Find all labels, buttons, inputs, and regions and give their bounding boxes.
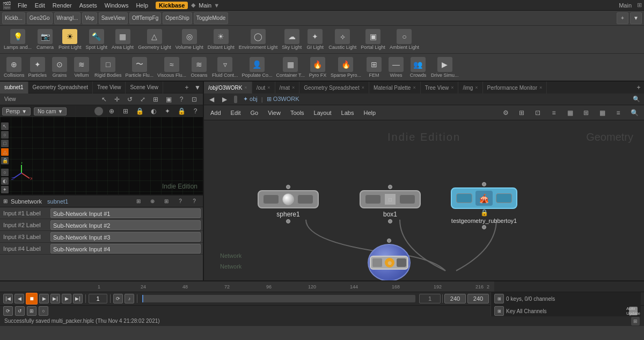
toolbar-drivesimu[interactable]: ▶ Drive Simu... [429,56,460,79]
bottom-icon1[interactable]: ⟳ [3,306,13,316]
shelf-btn-openship[interactable]: OpenShip [163,12,192,24]
left-tool-2[interactable]: ○ [1,131,9,139]
left-tool-5[interactable]: 🔒 [1,157,9,164]
left-tool-8[interactable]: ✦ [1,186,9,193]
shelf-btn-offtempfg[interactable]: OffTempFg [129,12,161,24]
shelf-btn-vop[interactable]: Vop [82,12,97,24]
node-subnet1[interactable]: ⊕ subnet1 [362,238,416,280]
select-icon[interactable]: ↖ [99,94,109,105]
node-sphere1[interactable]: sphere1 [258,185,319,223]
ne-menu-help[interactable]: Help [361,108,378,117]
camera-dropdown[interactable]: No cam ▼ [34,107,67,115]
vp-btn1[interactable]: ⊞ [150,94,161,105]
toolbar-ambientlight[interactable]: ○ Ambient Light [388,28,421,51]
toolbar-sparsepyro[interactable]: 🔥 Sparse Pyro... [329,56,363,79]
ne-tab-obj03work[interactable]: /obj/O3WORK × [204,82,252,93]
toolbar-particles[interactable]: ✦ Particles [27,56,49,79]
keyframe-icon[interactable]: ⊞ [494,294,504,303]
tab-geometry-spreadsheet[interactable]: Geometry Spreadsheet [28,82,93,93]
play-realtime-btn[interactable]: ▶| [50,294,60,303]
param-value-2[interactable]: Sub-Network Input #3 [50,232,201,242]
toolbar-fem[interactable]: ⊞ FEM [363,56,385,79]
shelf-options-btn[interactable]: ▼ [630,12,642,24]
vp-right-icon1[interactable] [94,107,103,115]
status-icon[interactable]: ⊞ [631,317,640,325]
scale-icon[interactable]: ⤢ [137,94,148,105]
tab-tree-view[interactable]: Tree View [93,82,126,93]
toolbar-gilight[interactable]: ✦ GI Light [304,28,326,51]
menu-edit[interactable]: Edit [32,1,48,10]
toolbar-geolight[interactable]: △ Geometry Light [136,28,173,51]
vp-expand[interactable]: ⊡ [189,94,200,105]
add-shelf-btn[interactable]: + [617,12,628,24]
loop-btn[interactable]: ⟳ [113,294,123,303]
go-start-btn[interactable]: |◀ [3,294,13,303]
node-canvas[interactable]: Indie Edition Geometry sphere1 [204,120,644,280]
key-all-icon[interactable]: ⊞ [494,306,504,316]
ne-menu-add[interactable]: Add [208,108,223,117]
toolbar-causticlight[interactable]: ⟡ Caustic Light [327,28,358,51]
toolbar-pyrofx[interactable]: 🔥 Pyro FX [307,56,328,79]
toolbar-rigid[interactable]: □ Rigid Bodies [93,56,123,79]
ne-menu-tools[interactable]: Tools [288,108,306,117]
param-value-1[interactable]: Sub-Network Input #2 [50,220,201,230]
menu-file[interactable]: File [14,1,31,10]
bottom-icon4[interactable]: ○ [39,306,48,316]
ne-tab-out[interactable]: /out × [252,82,275,93]
current-frame-input[interactable]: 1 [419,294,441,303]
tab-scene-view[interactable]: Scene View [126,82,163,93]
ne-tab-matpal[interactable]: Material Palette × [369,82,421,93]
shelf-btn-geo2[interactable]: Geo2Go [27,12,53,24]
toolbar-vollight[interactable]: ◎ Volume Light [174,28,205,51]
ne-icons2-icon[interactable]: ≡ [613,107,624,118]
ne-menu-go[interactable]: Go [248,108,261,117]
toolbar-spotlight[interactable]: 🔦 Spot Light [84,28,109,51]
menu-help[interactable]: Help [133,1,151,10]
toolbar-pointlight[interactable]: ☀ Point Light [57,28,83,51]
subnet-icon5[interactable]: ? [189,196,200,207]
ne-path-obj[interactable]: ✦ obj [241,96,259,103]
toolbar-portallight[interactable]: ▣ Portal Light [359,28,387,51]
shelf-btn-wrang[interactable]: Wrangl... [54,12,81,24]
left-tool-6[interactable]: ○ [1,169,9,176]
toolbar-skylight[interactable]: ☁ Sky Light [280,28,303,51]
viewport-3d[interactable]: Persp ▼ No cam ▼ ⊕ ⊞ 🔒 ◐ ✦ 🔒 ? ↖ ○ [0,105,203,194]
audio-btn[interactable]: ♪ [125,294,134,303]
ne-add-tab[interactable]: + [633,82,644,93]
vp-right-icon4[interactable]: 🔒 [134,106,145,117]
timeline-track[interactable] [142,295,415,302]
left-tool-4[interactable]: △ [1,148,9,156]
node-testgeo-body[interactable]: 🎪 [451,187,517,209]
vp-btn2[interactable]: ▣ [163,94,174,105]
ne-menu-labs[interactable]: Labs [339,108,356,117]
next-frame-btn[interactable]: ▶ [62,294,71,303]
toolbar-vellum[interactable]: ≋ Vellum [71,56,92,79]
toolbar-particlefluid[interactable]: 〜 Particle Flu... [124,56,156,79]
frame-number-display[interactable]: 1 [89,294,107,303]
ne-menu-layout[interactable]: Layout [312,108,334,117]
ne-snap-icon[interactable]: ⊡ [532,107,543,118]
ne-table-icon[interactable]: ⊞ [581,107,591,118]
node-testgeo[interactable]: 🎪 🔒 testgeometry_rubbertoy1 [451,182,517,229]
ne-search-btn[interactable]: 🔍 [631,94,642,105]
shelf-btn-kickb[interactable]: Kickb... [2,12,25,24]
vp-right-icon3[interactable]: ⊞ [120,106,131,117]
tab-subnetwork1[interactable]: subnet1 [0,82,28,93]
node-box1[interactable]: □ box1 [360,185,421,223]
node-box1-body[interactable]: □ [360,190,421,208]
ne-fwd-btn[interactable]: ▶ [219,94,230,105]
left-tool-3[interactable]: □ [1,140,9,147]
toolbar-envlight[interactable]: ◯ Environment Light [237,28,280,51]
param-value-3[interactable]: Sub-Network Input #4 [50,244,201,254]
param-value-0[interactable]: Sub-Network Input #1 [50,208,201,218]
ne-tab-geosheet[interactable]: Geometry Spreadsheet × [299,82,369,93]
toolbar-wires[interactable]: ― Wires [385,56,407,79]
toolbar-containert[interactable]: ▦ Container T... [275,56,306,79]
panel-options-btn[interactable]: + [181,82,192,93]
toolbar-fluidcont[interactable]: ▿ Fluid Cont... [210,56,240,79]
ne-settings-icon[interactable]: ⚙ [500,107,511,118]
ne-list-icon[interactable]: ≡ [548,107,559,118]
toolbar-crowds[interactable]: 👥 Crowds [407,56,429,79]
menu-render[interactable]: Render [49,1,75,10]
ne-view-icon[interactable]: ▦ [597,107,608,118]
